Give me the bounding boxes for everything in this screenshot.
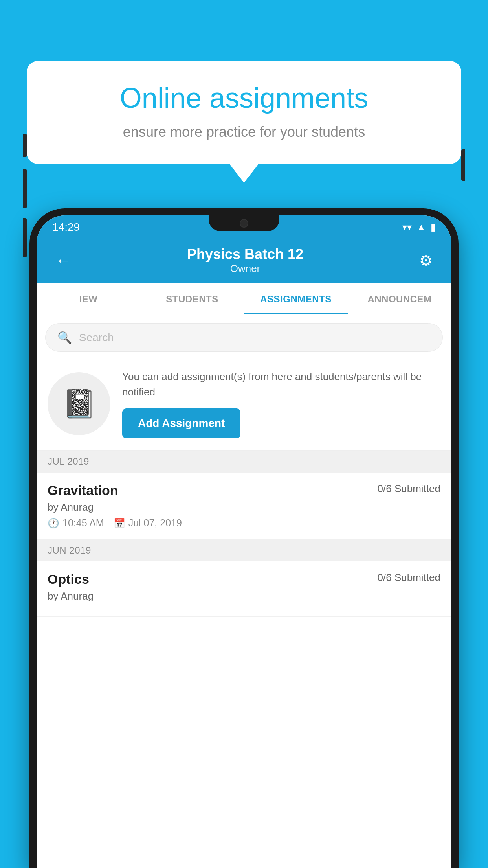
promo-card: Online assignments ensure more practice …	[27, 61, 461, 164]
wifi-icon: ▾▾	[402, 222, 412, 233]
phone-shell: 14:29 ▾▾ ▲ ▮ ← Physics Batch 12 Owner ⚙ …	[29, 208, 459, 868]
promo-title: Online assignments	[50, 83, 438, 114]
assignment-item-gravitation[interactable]: Gravitation 0/6 Submitted by Anurag 🕐 10…	[37, 473, 451, 539]
search-bar[interactable]: 🔍 Search	[45, 323, 443, 352]
search-placeholder: Search	[79, 331, 114, 344]
header-title-area: Physics Batch 12 Owner	[74, 246, 416, 275]
content-area: 🔍 Search 📓 You can add assignment(s) fro…	[37, 314, 451, 868]
assignment-time: 10:45 AM	[62, 517, 104, 529]
notebook-icon: 📓	[62, 388, 96, 420]
volume-down-button	[23, 218, 27, 257]
assignment-item-row: Gravitation 0/6 Submitted	[48, 483, 440, 498]
time-meta: 🕐 10:45 AM	[48, 517, 104, 529]
tab-view[interactable]: IEW	[37, 283, 140, 314]
batch-subtitle: Owner	[74, 263, 416, 275]
assignment-by: by Anurag	[48, 501, 440, 513]
tab-students[interactable]: STUDENTS	[140, 283, 244, 314]
tabs-bar: IEW STUDENTS ASSIGNMENTS ANNOUNCEM	[37, 283, 451, 314]
back-button[interactable]: ←	[52, 248, 74, 272]
assignment-name-optics: Optics	[48, 572, 89, 587]
volume-up-button	[23, 169, 27, 208]
tab-announcements[interactable]: ANNOUNCEM	[348, 283, 451, 314]
phone-notch	[209, 215, 279, 231]
assignment-item-row-optics: Optics 0/6 Submitted	[48, 572, 440, 587]
month-separator-jul: JUL 2019	[37, 451, 451, 473]
calendar-icon: 📅	[114, 518, 125, 529]
assignment-by-optics: by Anurag	[48, 590, 440, 602]
app-header: ← Physics Batch 12 Owner ⚙	[37, 239, 451, 283]
date-meta: 📅 Jul 07, 2019	[114, 517, 182, 529]
assignment-submitted-optics: 0/6 Submitted	[378, 572, 440, 584]
assignment-icon-circle: 📓	[48, 372, 110, 435]
assignment-meta: 🕐 10:45 AM 📅 Jul 07, 2019	[48, 517, 440, 529]
add-assignment-button[interactable]: Add Assignment	[122, 408, 240, 438]
assignment-item-optics[interactable]: Optics 0/6 Submitted by Anurag	[37, 561, 451, 617]
settings-button[interactable]: ⚙	[416, 249, 436, 272]
add-assignment-section: 📓 You can add assignment(s) from here an…	[37, 360, 451, 451]
month-separator-jun: JUN 2019	[37, 539, 451, 561]
front-camera	[240, 219, 248, 228]
promo-subtitle: ensure more practice for your students	[50, 122, 438, 142]
mute-button	[23, 134, 27, 157]
status-time: 14:29	[52, 221, 80, 234]
assignment-desc: You can add assignment(s) from here and …	[122, 369, 440, 400]
signal-icon: ▲	[416, 222, 426, 233]
phone-screen: 14:29 ▾▾ ▲ ▮ ← Physics Batch 12 Owner ⚙ …	[37, 215, 451, 868]
tab-assignments[interactable]: ASSIGNMENTS	[244, 283, 348, 314]
assignment-info: You can add assignment(s) from here and …	[122, 369, 440, 438]
batch-title: Physics Batch 12	[74, 246, 416, 263]
assignment-date: Jul 07, 2019	[128, 517, 182, 529]
assignment-submitted: 0/6 Submitted	[378, 483, 440, 495]
assignment-name: Gravitation	[48, 483, 118, 498]
power-button	[461, 149, 465, 181]
clock-icon: 🕐	[48, 518, 59, 529]
search-icon: 🔍	[57, 331, 72, 344]
status-icons: ▾▾ ▲ ▮	[402, 222, 436, 233]
battery-icon: ▮	[431, 222, 436, 233]
